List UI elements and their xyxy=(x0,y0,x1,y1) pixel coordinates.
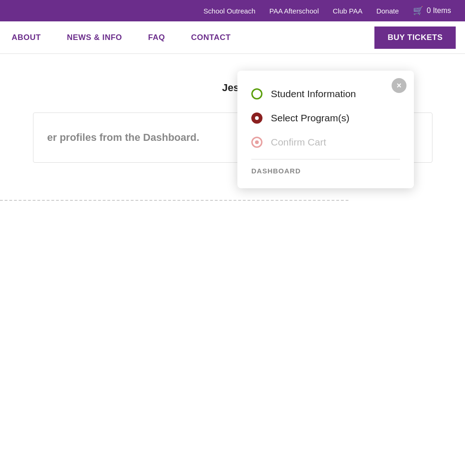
footer-dashes xyxy=(0,200,348,201)
cart-items-label: 0 Items xyxy=(427,7,451,15)
content-area: Jesse Tuck 33% ▼ × Student Information S… xyxy=(0,54,465,379)
school-outreach-link[interactable]: School Outreach xyxy=(203,7,255,15)
step-icon-student xyxy=(251,88,262,99)
menu-item-select-programs[interactable]: Select Program(s) xyxy=(251,106,400,130)
body-text: er profiles from the Dashboard. xyxy=(47,132,200,143)
cart-area[interactable]: 🛒 0 Items xyxy=(413,6,451,16)
nav-about[interactable]: ABOUT xyxy=(9,33,54,42)
dropdown-panel: × Student Information Select Program(s) … xyxy=(237,71,414,188)
buy-tickets-button[interactable]: BUY TICKETS xyxy=(374,26,456,49)
step-icon-cart xyxy=(251,137,262,148)
divider xyxy=(251,159,400,159)
close-button[interactable]: × xyxy=(392,78,406,93)
menu-item-confirm-cart[interactable]: Confirm Cart xyxy=(251,130,400,154)
paa-afterschool-link[interactable]: PAA Afterschool xyxy=(269,7,319,15)
donate-link[interactable]: Donate xyxy=(376,7,399,15)
menu-item-student-information[interactable]: Student Information xyxy=(251,82,400,106)
top-bar: School Outreach PAA Afterschool Club PAA… xyxy=(0,0,465,21)
club-paa-link[interactable]: Club PAA xyxy=(333,7,362,15)
nav-faq[interactable]: FAQ xyxy=(135,33,178,42)
main-nav: ABOUT NEWS & INFO FAQ CONTACT BUY TICKET… xyxy=(0,21,465,54)
step-icon-programs xyxy=(251,112,262,124)
cart-icon: 🛒 xyxy=(413,6,423,16)
student-information-label: Student Information xyxy=(271,88,356,99)
dashboard-label[interactable]: DASHBOARD xyxy=(251,167,301,175)
confirm-cart-label: Confirm Cart xyxy=(271,137,326,148)
select-programs-label: Select Program(s) xyxy=(271,112,349,124)
nav-contact[interactable]: CONTACT xyxy=(178,33,243,42)
nav-news-info[interactable]: NEWS & INFO xyxy=(54,33,135,42)
